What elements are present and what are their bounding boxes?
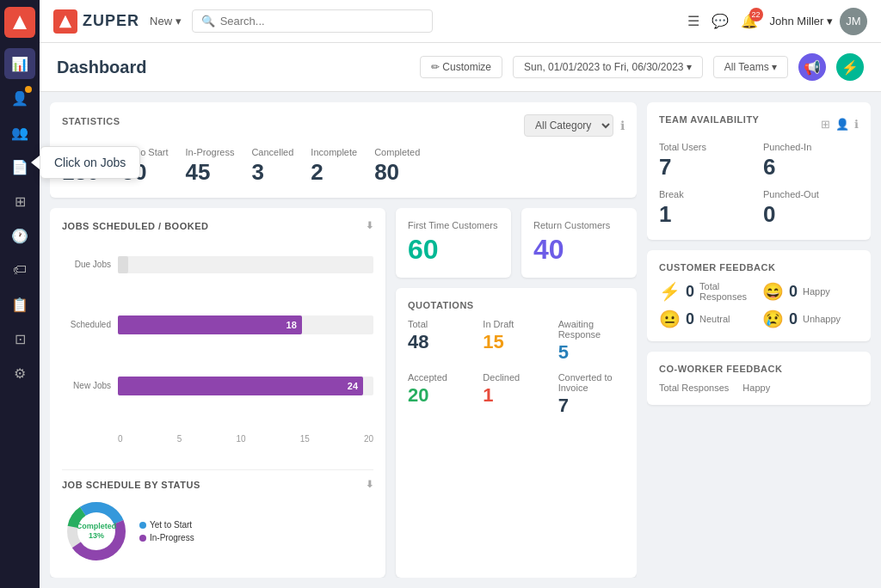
tag-icon: 🏷 (13, 262, 27, 278)
sidebar-item-grid[interactable]: ⊞ (4, 186, 35, 217)
ta-total-users: Total Users 7 (659, 142, 755, 181)
sidebar-item-tag[interactable]: 🏷 (4, 254, 35, 285)
right-column: TEAM AVAILABILITY ⊞ 👤 ℹ Total Users 7 (647, 102, 871, 578)
status-legend: Yet to Start In-Progress (139, 520, 194, 542)
person-icon[interactable]: 👤 (835, 118, 849, 131)
tooltip-wrapper: Click on Jobs (40, 146, 140, 179)
coworker-feedback-card: CO-WORKER FEEDBACK Total Responses Happy (647, 352, 871, 405)
chart-icon: 📊 (11, 56, 28, 72)
topnav: ZUPER New ▾ 🔍 ☰ 💬 🔔 22 John Miller ▾ JM (40, 0, 881, 43)
megaphone-icon[interactable]: 📢 (798, 53, 826, 81)
coworker-happy-label: Happy (742, 383, 770, 393)
stat-completed: Completed 80 (374, 147, 420, 186)
quot-awaiting: Awaiting Response 5 (558, 319, 625, 364)
coworker-feedback-title: CO-WORKER FEEDBACK (659, 364, 859, 374)
stat-incomplete: Incomplete 2 (311, 147, 357, 186)
search-input[interactable] (220, 15, 423, 28)
bar-chart: Due Jobs Scheduled 18 (62, 238, 373, 464)
bar-row-scheduled: Scheduled 18 (62, 315, 373, 334)
category-select[interactable]: All Category (524, 114, 613, 137)
statistics-title: STATISTICS (62, 116, 120, 126)
download-icon2[interactable]: ⬇ (366, 479, 374, 490)
ta-break: Break 1 (659, 189, 755, 228)
menu-icon[interactable]: ☰ (687, 13, 699, 29)
dashboard: Dashboard ✏ Customize Sun, 01/01/2023 to… (40, 43, 881, 588)
sidebar-item-chart[interactable]: 📊 (4, 48, 35, 79)
right-mid-col: First Time Customers 60 Return Customers… (396, 208, 637, 578)
customers-icon: 👥 (11, 125, 28, 141)
settings-icon: ⚙ (14, 365, 26, 382)
sidebar: 📊 👤 👥 📄 ⊞ 🕐 🏷 📋 ⊡ ⚙ (0, 0, 40, 588)
notification-badge: 22 (749, 8, 763, 21)
sidebar-item-jobs[interactable]: 👤 (4, 83, 35, 113)
user-info[interactable]: John Miller ▾ JM (770, 8, 867, 35)
dashboard-body: STATISTICS All Category ℹ Total Jobs 180 (40, 92, 881, 588)
customers-row: First Time Customers 60 Return Customers… (396, 208, 637, 278)
main-content: ZUPER New ▾ 🔍 ☰ 💬 🔔 22 John Miller ▾ JM … (40, 0, 881, 588)
info-icon: ℹ (620, 119, 625, 132)
svg-marker-0 (13, 15, 27, 29)
sidebar-item-customers[interactable]: 👥 (4, 117, 35, 148)
happy-emoji: 😄 (762, 281, 784, 302)
x-axis: 0 5 10 15 20 (62, 434, 373, 444)
sidebar-item-layers[interactable]: ⊡ (4, 323, 35, 354)
job-schedule-status: JOB SCHEDULE BY STATUS ⬇ (62, 469, 373, 566)
bar-due-jobs (118, 256, 373, 273)
sidebar-item-clock[interactable]: 🕐 (4, 220, 35, 251)
stat-cancelled: Cancelled 3 (251, 147, 293, 186)
tooltip-arrow (31, 156, 40, 169)
sidebar-item-table[interactable]: 📋 (4, 289, 35, 320)
search-icon: 🔍 (201, 15, 215, 28)
quot-declined: Declined 1 (483, 372, 549, 417)
quotations-grid: Total 48 In Draft 15 Awaiting Response 5 (408, 319, 625, 417)
quot-converted: Converted to Invoice 7 (558, 372, 625, 417)
sidebar-logo (4, 7, 35, 38)
bar-row-new-jobs: New Jobs 24 (62, 377, 373, 395)
tooltip-text: Click on Jobs (54, 156, 126, 169)
quotations-card: QUOTATIONS Total 48 In Draft 15 (396, 288, 637, 578)
clock-icon: 🕐 (11, 228, 28, 244)
fb-happy: 😄 0 Happy (762, 281, 859, 302)
legend-yet-to-start: Yet to Start (139, 520, 194, 530)
coworker-total-label: Total Responses (659, 383, 729, 393)
quot-total: Total 48 (408, 319, 474, 364)
sidebar-item-settings[interactable]: ⚙ (4, 358, 35, 389)
fb-total-responses: ⚡ 0 Total Responses (659, 281, 755, 302)
layers-icon: ⊡ (15, 331, 26, 347)
ta-punched-in: Punched-In 6 (763, 142, 859, 181)
brand-name: ZUPER (83, 12, 139, 30)
notification-icon[interactable]: 🔔 22 (741, 13, 758, 29)
customize-button[interactable]: ✏ Customize (420, 56, 502, 78)
dashboard-header: Dashboard ✏ Customize Sun, 01/01/2023 to… (40, 43, 881, 92)
teams-button[interactable]: All Teams ▾ (713, 56, 788, 78)
jobs-icon: 👤 (11, 90, 28, 107)
unhappy-emoji: 😢 (762, 309, 784, 329)
dashboard-title: Dashboard (57, 58, 410, 77)
ta-punched-out: Punched-Out 0 (763, 189, 859, 228)
chat-icon[interactable]: 💬 (712, 13, 729, 29)
quot-accepted: Accepted 20 (408, 372, 474, 417)
fb-neutral: 😐 0 Neutral (659, 309, 755, 329)
power-icon[interactable]: ⚡ (836, 53, 864, 81)
quot-in-draft: In Draft 15 (483, 319, 549, 364)
svg-marker-1 (59, 15, 71, 27)
brand: ZUPER (53, 9, 139, 34)
grid-icon: ⊞ (15, 193, 26, 210)
neutral-emoji: 😐 (659, 309, 681, 329)
date-range-button[interactable]: Sun, 01/01/2023 to Fri, 06/30/2023 ▾ (513, 56, 703, 78)
donut-chart: Completed 13% (62, 497, 131, 566)
jobs-scheduled-title: JOBS SCHEDULED / BOOKED ⬇ (62, 220, 373, 231)
download-icon[interactable]: ⬇ (366, 220, 374, 231)
nav-right: ☰ 💬 🔔 22 John Miller ▾ JM (687, 8, 867, 35)
legend-in-progress: In-Progress (139, 533, 194, 542)
quotations-title: QUOTATIONS (408, 300, 625, 310)
reports-icon: 📄 (11, 159, 28, 175)
bar-row-due-jobs: Due Jobs (62, 256, 373, 273)
ta-info-icon: ℹ (854, 118, 859, 131)
team-availability-card: TEAM AVAILABILITY ⊞ 👤 ℹ Total Users 7 (647, 102, 871, 240)
new-button[interactable]: New ▾ (150, 15, 182, 28)
user-name: John Miller ▾ (770, 15, 833, 28)
customer-feedback-grid: ⚡ 0 Total Responses 😄 0 Happy (659, 281, 859, 329)
stat-in-progress: In-Progress 45 (186, 147, 235, 186)
table-view-icon[interactable]: ⊞ (821, 118, 830, 131)
